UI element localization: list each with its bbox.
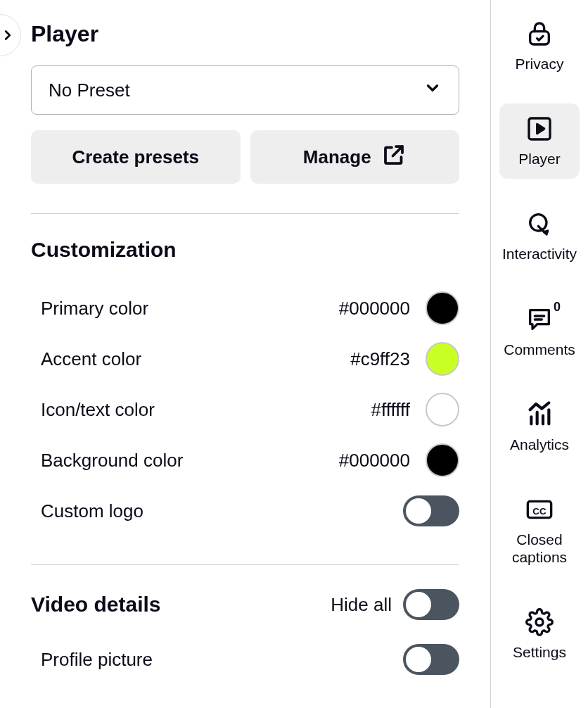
customization-title: Customization bbox=[31, 238, 459, 262]
primary-color-row: Primary color #000000 bbox=[31, 283, 459, 334]
custom-logo-label: Custom logo bbox=[41, 500, 143, 522]
cursor-click-icon bbox=[525, 210, 554, 238]
accent-color-hex: #c9ff23 bbox=[350, 348, 410, 370]
right-rail: Privacy Player Interactivity 0 Comments … bbox=[491, 0, 588, 708]
rail-item-player[interactable]: Player bbox=[499, 103, 580, 179]
icon-text-color-swatch[interactable] bbox=[426, 393, 459, 426]
chevron-right-icon bbox=[0, 27, 15, 43]
background-color-swatch[interactable] bbox=[426, 443, 459, 477]
manage-presets-button[interactable]: Manage bbox=[250, 130, 460, 184]
create-presets-label: Create presets bbox=[72, 146, 199, 168]
manage-presets-label: Manage bbox=[303, 146, 371, 168]
profile-picture-toggle[interactable] bbox=[403, 644, 459, 675]
primary-color-hex: #000000 bbox=[339, 298, 410, 320]
svg-point-3 bbox=[530, 215, 547, 231]
rail-label-analytics: Analytics bbox=[510, 436, 569, 453]
rail-item-privacy[interactable]: Privacy bbox=[499, 8, 580, 84]
rail-item-interactivity[interactable]: Interactivity bbox=[499, 198, 580, 274]
svg-rect-0 bbox=[530, 32, 549, 44]
rail-label-closed-captions: Closed captions bbox=[502, 531, 577, 566]
page-title: Player bbox=[31, 21, 459, 47]
primary-color-label: Primary color bbox=[41, 298, 148, 320]
background-color-hex: #000000 bbox=[339, 450, 410, 472]
preset-selected-value: No Preset bbox=[49, 80, 130, 101]
profile-picture-label: Profile picture bbox=[41, 649, 153, 671]
cc-icon: CC bbox=[525, 495, 554, 524]
rail-item-comments[interactable]: 0 Comments bbox=[499, 294, 580, 369]
accent-color-swatch[interactable] bbox=[426, 342, 459, 376]
svg-marker-2 bbox=[537, 125, 544, 134]
icon-text-color-row: Icon/text color #ffffff bbox=[31, 384, 459, 435]
icon-text-color-hex: #ffffff bbox=[371, 399, 410, 421]
preset-select[interactable]: No Preset bbox=[31, 65, 459, 115]
primary-color-swatch[interactable] bbox=[426, 291, 459, 325]
custom-logo-toggle[interactable] bbox=[403, 495, 459, 526]
svg-point-12 bbox=[536, 619, 543, 626]
chevron-down-icon bbox=[423, 79, 442, 101]
background-color-row: Background color #000000 bbox=[31, 435, 459, 486]
player-settings-panel: Player No Preset Create presets Manage C… bbox=[0, 0, 491, 708]
gear-icon bbox=[525, 608, 554, 636]
rail-label-settings: Settings bbox=[513, 643, 566, 661]
divider bbox=[31, 213, 459, 214]
accent-color-row: Accent color #c9ff23 bbox=[31, 334, 459, 384]
video-details-title: Video details bbox=[31, 593, 161, 617]
play-box-icon bbox=[525, 115, 554, 143]
rail-item-closed-captions[interactable]: CC Closed captions bbox=[499, 484, 580, 577]
hide-all-toggle[interactable] bbox=[403, 589, 459, 620]
divider bbox=[31, 564, 459, 565]
rail-item-analytics[interactable]: Analytics bbox=[499, 389, 580, 464]
comments-badge: 0 bbox=[554, 300, 561, 315]
accent-color-label: Accent color bbox=[41, 348, 141, 370]
icon-text-color-label: Icon/text color bbox=[41, 399, 155, 421]
rail-label-comments: Comments bbox=[504, 341, 575, 358]
svg-text:CC: CC bbox=[532, 506, 547, 517]
rail-label-interactivity: Interactivity bbox=[502, 245, 577, 263]
profile-picture-row: Profile picture bbox=[31, 634, 459, 685]
expand-handle[interactable] bbox=[0, 14, 21, 56]
rail-item-settings[interactable]: Settings bbox=[499, 597, 580, 672]
external-link-icon bbox=[381, 142, 407, 172]
comment-icon: 0 bbox=[525, 305, 554, 334]
preset-buttons: Create presets Manage bbox=[31, 130, 459, 184]
create-presets-button[interactable]: Create presets bbox=[31, 130, 241, 184]
background-color-label: Background color bbox=[41, 450, 183, 472]
analytics-icon bbox=[525, 400, 554, 429]
rail-label-player: Player bbox=[518, 150, 561, 167]
hide-all-label: Hide all bbox=[331, 594, 392, 616]
lock-icon bbox=[525, 20, 554, 48]
custom-logo-row: Custom logo bbox=[31, 486, 459, 536]
rail-label-privacy: Privacy bbox=[516, 55, 564, 72]
